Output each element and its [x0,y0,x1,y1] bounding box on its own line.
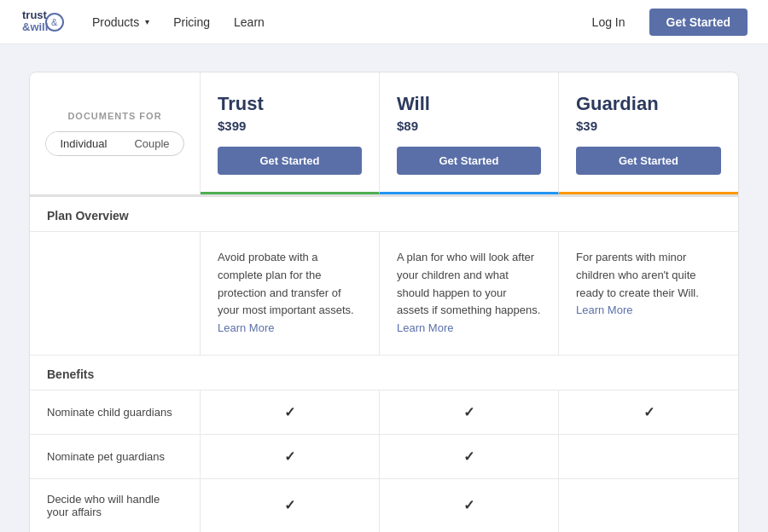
benefit-trust-2: ✓ [201,479,380,532]
will-overview-text: A plan for who will look after your chil… [397,251,540,316]
trust-get-started-button[interactable]: Get Started [218,147,362,175]
nav-get-started-button[interactable]: Get Started [649,9,748,36]
documents-for-label: DOCUMENTS FOR [67,111,161,121]
plan-will-price: $89 [397,119,541,133]
overview-empty-col [30,232,201,355]
plan-will-name: Will [397,93,541,115]
plan-will-col: Will $89 Get Started [380,72,559,194]
svg-text:&: & [51,17,58,27]
benefit-will-0: ✓ [380,390,559,434]
nav-products[interactable]: Products ▾ [92,15,149,29]
plan-overview-row: Avoid probate with a complete plan for t… [30,232,738,356]
benefit-row-1: Nominate pet guardians ✓ ✓ [30,435,738,479]
toggle-couple[interactable]: Couple [120,132,183,155]
plan-overview-section-header: Plan Overview [30,197,738,232]
benefit-will-1: ✓ [380,435,559,478]
plan-guardian-col: Guardian $39 Get Started [559,72,738,194]
will-learn-more-link[interactable]: Learn More [397,321,453,334]
checkmark-icon: ✓ [284,448,295,465]
trust-learn-more-link[interactable]: Learn More [218,321,274,334]
plan-trust-col: Trust $399 Get Started [201,72,380,194]
login-button[interactable]: Log In [582,10,636,34]
svg-text:&will: &will [22,20,48,33]
benefits-label: Benefits [30,367,738,381]
documents-for-col: DOCUMENTS FOR Individual Couple [30,72,201,194]
logo[interactable]: trust &will & [20,7,65,38]
checkmark-icon: ✓ [463,448,474,465]
benefit-guardian-1 [559,435,738,478]
nav-right: Log In Get Started [582,9,748,36]
plan-trust-name: Trust [218,93,362,115]
checkmark-icon: ✓ [463,404,474,420]
benefit-guardian-0: ✓ [559,390,738,434]
trust-overview-text: Avoid probate with a complete plan for t… [218,251,354,316]
pricing-header-row: DOCUMENTS FOR Individual Couple Trust $3… [30,72,738,197]
benefit-name-1: Nominate pet guardians [30,435,201,478]
chevron-down-icon: ▾ [145,17,149,26]
guardian-overview-col: For parents with minor children who aren… [559,232,738,355]
checkmark-icon: ✓ [284,497,295,513]
checkmark-icon: ✓ [643,404,655,420]
guardian-overview-text: For parents with minor children who aren… [576,251,699,299]
trust-overview-col: Avoid probate with a complete plan for t… [201,232,380,355]
nav-pricing[interactable]: Pricing [173,15,210,29]
main-content: DOCUMENTS FOR Individual Couple Trust $3… [9,44,759,532]
navbar: trust &will & Products ▾ Pricing Learn L… [0,0,768,44]
plan-guardian-price: $39 [576,119,721,133]
nav-learn[interactable]: Learn [234,15,265,29]
benefit-trust-1: ✓ [201,435,380,478]
benefit-guardian-2 [559,479,738,532]
benefit-will-2: ✓ [380,479,559,532]
will-get-started-button[interactable]: Get Started [397,147,541,175]
toggle-group: Individual Couple [45,131,183,156]
plan-overview-label: Plan Overview [30,209,738,223]
benefits-section-header: Benefits [30,356,738,390]
guardian-learn-more-link[interactable]: Learn More [576,304,632,316]
plan-trust-price: $399 [218,119,362,133]
benefit-row-0: Nominate child guardians ✓ ✓ ✓ [30,390,738,435]
checkmark-icon: ✓ [284,404,295,420]
benefit-trust-0: ✓ [201,390,380,434]
nav-links: Products ▾ Pricing Learn [92,15,582,29]
plan-guardian-name: Guardian [576,93,721,115]
benefit-name-2: Decide who will handle your affairs [30,479,201,532]
benefit-row-2: Decide who will handle your affairs ✓ ✓ [30,479,738,532]
will-overview-col: A plan for who will look after your chil… [380,232,559,355]
benefit-name-0: Nominate child guardians [30,390,201,434]
pricing-table: DOCUMENTS FOR Individual Couple Trust $3… [29,72,739,532]
toggle-individual[interactable]: Individual [46,132,120,155]
guardian-get-started-button[interactable]: Get Started [576,147,721,175]
svg-text:trust: trust [22,9,48,21]
checkmark-icon: ✓ [463,497,474,513]
